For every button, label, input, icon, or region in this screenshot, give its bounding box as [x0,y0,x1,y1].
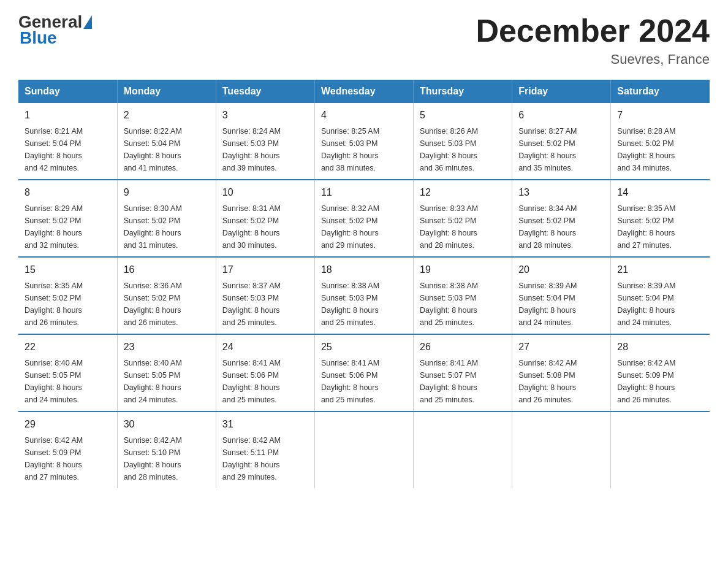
day-number: 2 [124,108,210,123]
day-number: 6 [518,108,604,123]
day-number: 1 [25,108,111,123]
page-header: General Blue December 2024 Suevres, Fran… [18,12,710,67]
calendar-cell: 28 Sunrise: 8:42 AMSunset: 5:09 PMDaylig… [611,334,710,412]
weekday-header-saturday: Saturday [611,80,710,103]
day-number: 14 [617,185,703,200]
calendar-cell: 10 Sunrise: 8:31 AMSunset: 5:02 PMDaylig… [216,180,314,257]
day-number: 12 [420,185,506,200]
day-info: Sunrise: 8:40 AMSunset: 5:05 PMDaylight:… [124,357,210,406]
day-info: Sunrise: 8:26 AMSunset: 5:03 PMDaylight:… [420,125,506,174]
day-number: 7 [617,108,703,123]
day-info: Sunrise: 8:40 AMSunset: 5:05 PMDaylight:… [25,357,111,406]
day-info: Sunrise: 8:35 AMSunset: 5:02 PMDaylight:… [617,202,703,251]
calendar-cell: 5 Sunrise: 8:26 AMSunset: 5:03 PMDayligh… [414,103,512,180]
day-number: 25 [321,340,407,354]
calendar-cell: 7 Sunrise: 8:28 AMSunset: 5:02 PMDayligh… [611,103,710,180]
calendar-cell: 11 Sunrise: 8:32 AMSunset: 5:02 PMDaylig… [314,180,413,257]
calendar-cell: 31 Sunrise: 8:42 AMSunset: 5:11 PMDaylig… [216,412,314,488]
day-info: Sunrise: 8:22 AMSunset: 5:04 PMDaylight:… [124,125,210,174]
day-info: Sunrise: 8:30 AMSunset: 5:02 PMDaylight:… [124,202,210,251]
day-info: Sunrise: 8:41 AMSunset: 5:06 PMDaylight:… [222,357,308,406]
logo: General Blue [18,12,92,48]
day-info: Sunrise: 8:21 AMSunset: 5:04 PMDaylight:… [25,125,111,174]
day-number: 31 [222,417,308,432]
calendar-cell: 20 Sunrise: 8:39 AMSunset: 5:04 PMDaylig… [512,257,611,334]
calendar-cell: 2 Sunrise: 8:22 AMSunset: 5:04 PMDayligh… [117,103,216,180]
day-info: Sunrise: 8:42 AMSunset: 5:09 PMDaylight:… [25,434,111,483]
main-title: December 2024 [476,12,710,49]
day-info: Sunrise: 8:31 AMSunset: 5:02 PMDaylight:… [222,202,308,251]
day-info: Sunrise: 8:27 AMSunset: 5:02 PMDaylight:… [518,125,604,174]
calendar-cell: 24 Sunrise: 8:41 AMSunset: 5:06 PMDaylig… [216,334,314,412]
day-number: 28 [617,340,703,354]
day-info: Sunrise: 8:35 AMSunset: 5:02 PMDaylight:… [25,280,111,329]
calendar-cell: 3 Sunrise: 8:24 AMSunset: 5:03 PMDayligh… [216,103,314,180]
day-number: 4 [321,108,407,123]
day-info: Sunrise: 8:24 AMSunset: 5:03 PMDaylight:… [222,125,308,174]
calendar-cell: 9 Sunrise: 8:30 AMSunset: 5:02 PMDayligh… [117,180,216,257]
calendar-cell: 29 Sunrise: 8:42 AMSunset: 5:09 PMDaylig… [18,412,117,488]
day-number: 23 [124,340,210,354]
weekday-header-friday: Friday [512,80,611,103]
day-number: 9 [124,185,210,200]
calendar-cell [314,412,413,488]
calendar-cell: 26 Sunrise: 8:41 AMSunset: 5:07 PMDaylig… [414,334,512,412]
calendar-cell: 18 Sunrise: 8:38 AMSunset: 5:03 PMDaylig… [314,257,413,334]
day-info: Sunrise: 8:38 AMSunset: 5:03 PMDaylight:… [420,280,506,329]
weekday-header-monday: Monday [117,80,216,103]
day-number: 16 [124,262,210,277]
day-number: 30 [124,417,210,432]
day-number: 15 [25,262,111,277]
week-row-2: 8 Sunrise: 8:29 AMSunset: 5:02 PMDayligh… [18,180,710,257]
logo-blue: Blue [18,28,57,48]
weekday-header-thursday: Thursday [414,80,512,103]
day-number: 21 [617,262,703,277]
calendar-cell: 16 Sunrise: 8:36 AMSunset: 5:02 PMDaylig… [117,257,216,334]
day-number: 3 [222,108,308,123]
day-number: 19 [420,262,506,277]
calendar-cell: 15 Sunrise: 8:35 AMSunset: 5:02 PMDaylig… [18,257,117,334]
day-info: Sunrise: 8:36 AMSunset: 5:02 PMDaylight:… [124,280,210,329]
week-row-5: 29 Sunrise: 8:42 AMSunset: 5:09 PMDaylig… [18,412,710,488]
day-number: 29 [25,417,111,432]
calendar-cell: 25 Sunrise: 8:41 AMSunset: 5:06 PMDaylig… [314,334,413,412]
day-info: Sunrise: 8:42 AMSunset: 5:10 PMDaylight:… [124,434,210,483]
day-info: Sunrise: 8:28 AMSunset: 5:02 PMDaylight:… [617,125,703,174]
title-block: December 2024 Suevres, France [476,12,710,67]
calendar-cell: 23 Sunrise: 8:40 AMSunset: 5:05 PMDaylig… [117,334,216,412]
calendar-cell: 27 Sunrise: 8:42 AMSunset: 5:08 PMDaylig… [512,334,611,412]
day-number: 27 [518,340,604,354]
calendar-cell [611,412,710,488]
logo-triangle-icon [83,15,92,29]
calendar-cell [512,412,611,488]
calendar-cell: 19 Sunrise: 8:38 AMSunset: 5:03 PMDaylig… [414,257,512,334]
day-number: 11 [321,185,407,200]
day-info: Sunrise: 8:42 AMSunset: 5:11 PMDaylight:… [222,434,308,483]
calendar-cell: 4 Sunrise: 8:25 AMSunset: 5:03 PMDayligh… [314,103,413,180]
day-info: Sunrise: 8:39 AMSunset: 5:04 PMDaylight:… [617,280,703,329]
day-number: 17 [222,262,308,277]
calendar-cell: 21 Sunrise: 8:39 AMSunset: 5:04 PMDaylig… [611,257,710,334]
calendar-cell: 6 Sunrise: 8:27 AMSunset: 5:02 PMDayligh… [512,103,611,180]
calendar-cell: 1 Sunrise: 8:21 AMSunset: 5:04 PMDayligh… [18,103,117,180]
day-info: Sunrise: 8:38 AMSunset: 5:03 PMDaylight:… [321,280,407,329]
calendar-cell: 13 Sunrise: 8:34 AMSunset: 5:02 PMDaylig… [512,180,611,257]
calendar-cell: 17 Sunrise: 8:37 AMSunset: 5:03 PMDaylig… [216,257,314,334]
calendar-cell: 12 Sunrise: 8:33 AMSunset: 5:02 PMDaylig… [414,180,512,257]
day-info: Sunrise: 8:41 AMSunset: 5:07 PMDaylight:… [420,357,506,406]
day-info: Sunrise: 8:39 AMSunset: 5:04 PMDaylight:… [518,280,604,329]
day-number: 18 [321,262,407,277]
week-row-4: 22 Sunrise: 8:40 AMSunset: 5:05 PMDaylig… [18,334,710,412]
day-number: 22 [25,340,111,354]
week-row-3: 15 Sunrise: 8:35 AMSunset: 5:02 PMDaylig… [18,257,710,334]
calendar-cell: 8 Sunrise: 8:29 AMSunset: 5:02 PMDayligh… [18,180,117,257]
day-info: Sunrise: 8:37 AMSunset: 5:03 PMDaylight:… [222,280,308,329]
day-info: Sunrise: 8:32 AMSunset: 5:02 PMDaylight:… [321,202,407,251]
calendar-cell: 22 Sunrise: 8:40 AMSunset: 5:05 PMDaylig… [18,334,117,412]
weekday-header-sunday: Sunday [18,80,117,103]
day-info: Sunrise: 8:41 AMSunset: 5:06 PMDaylight:… [321,357,407,406]
day-info: Sunrise: 8:29 AMSunset: 5:02 PMDaylight:… [25,202,111,251]
calendar-cell: 30 Sunrise: 8:42 AMSunset: 5:10 PMDaylig… [117,412,216,488]
calendar-cell [414,412,512,488]
day-info: Sunrise: 8:25 AMSunset: 5:03 PMDaylight:… [321,125,407,174]
